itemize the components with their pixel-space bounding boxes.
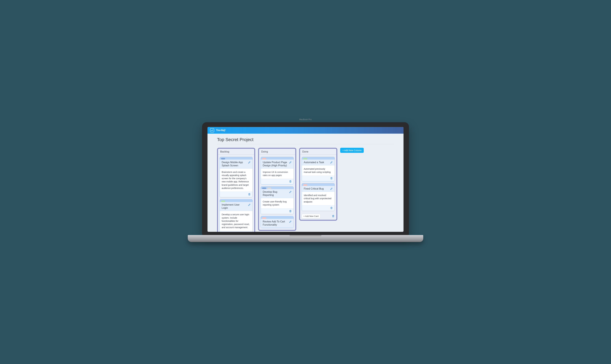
- column-title[interactable]: Backlog: [218, 149, 254, 155]
- card-title: Fixed Critical Bug: [304, 187, 329, 190]
- card[interactable]: Review Add To Cart Functionality: [261, 216, 294, 228]
- card[interactable]: Design Mobile App Splash ScreenBrainstor…: [220, 157, 253, 197]
- delete-card-icon[interactable]: [248, 193, 251, 196]
- board: Top Secret Project BacklogDesign Mobile …: [208, 134, 403, 232]
- card-label-strip: [261, 157, 293, 159]
- column: DoneAutomated a TaskAutomated previously…: [299, 148, 337, 221]
- delete-card-icon[interactable]: [289, 209, 292, 213]
- delete-card-icon[interactable]: [330, 206, 333, 209]
- edit-card-icon[interactable]: [248, 161, 251, 164]
- card-title-row: Update Product Page Design (High Priorit…: [261, 159, 293, 169]
- card-description: Improve UX & conversion rates on app pag…: [261, 169, 293, 179]
- column-title[interactable]: Doing: [259, 149, 295, 155]
- card-label-pill: [262, 217, 266, 219]
- card-footer: [261, 179, 293, 184]
- card[interactable]: Implement User LoginDevelop a secure use…: [220, 199, 253, 232]
- laptop-mock: Tre-Hej! Top Secret Project BacklogDesig…: [202, 122, 409, 242]
- card-title: Update Product Page Design (High Priorit…: [263, 161, 288, 167]
- card-description: Identified and resolved critical bug wit…: [302, 192, 335, 205]
- card-label-pill: [303, 184, 307, 186]
- card[interactable]: Update Product Page Design (High Priorit…: [261, 157, 294, 185]
- card[interactable]: Fixed Critical BugIdentified and resolve…: [302, 183, 335, 211]
- card-label-pill: [303, 158, 307, 159]
- card-label-pill: [221, 158, 225, 159]
- add-card-button[interactable]: + Add New Card: [302, 214, 320, 219]
- column-body: Design Mobile App Splash ScreenBrainstor…: [218, 156, 254, 232]
- app-header: Tre-Hej!: [208, 127, 403, 134]
- card-footer: [302, 205, 335, 211]
- card-description: Brainstorm and create a visually appeali…: [220, 169, 252, 192]
- app-title: Tre-Hej!: [216, 129, 226, 132]
- app-screen: Tre-Hej! Top Secret Project BacklogDesig…: [208, 127, 403, 232]
- card-label-pill: [267, 187, 271, 189]
- screen-frame: Tre-Hej! Top Secret Project BacklogDesig…: [202, 122, 409, 235]
- card[interactable]: Develop Bug ReportingCreate user-friendl…: [261, 186, 294, 214]
- delete-card-icon[interactable]: [330, 177, 333, 180]
- card-title: Automated a Task: [304, 161, 329, 164]
- card-title-row: Implement User Login: [220, 202, 252, 211]
- card-label-strip: [261, 216, 293, 219]
- laptop-base: [188, 235, 423, 242]
- edit-card-icon[interactable]: [289, 190, 292, 194]
- card-title: Review Add To Cart Functionality: [263, 220, 288, 226]
- column-body: Update Product Page Design (High Priorit…: [259, 156, 295, 229]
- card-title-row: Review Add To Cart Functionality: [261, 219, 293, 228]
- card-label-strip: [302, 183, 335, 186]
- column: DoingUpdate Product Page Design (High Pr…: [258, 148, 296, 231]
- card-title-row: Design Mobile App Splash Screen: [220, 159, 252, 169]
- card-label-pill: [262, 187, 266, 189]
- card-description: Create user-friendly bug reporting syste…: [261, 198, 293, 208]
- edit-card-icon[interactable]: [330, 161, 333, 164]
- card-title-row: Automated a Task: [302, 159, 335, 165]
- edit-card-icon[interactable]: [248, 203, 251, 206]
- card-label-pill: [262, 158, 266, 159]
- delete-column-icon[interactable]: [332, 214, 335, 218]
- card-title-row: Develop Bug Reporting: [261, 189, 293, 198]
- column-footer: + Add New Card: [300, 214, 336, 219]
- card-title: Develop Bug Reporting: [263, 190, 288, 197]
- card-title: Design Mobile App Splash Screen: [222, 161, 247, 167]
- card-title: Implement User Login: [222, 203, 247, 209]
- card-footer: [261, 208, 293, 214]
- edit-card-icon[interactable]: [330, 187, 333, 190]
- card-label-strip: [261, 186, 293, 189]
- edit-card-icon[interactable]: [289, 161, 292, 164]
- card-label-strip: [302, 157, 335, 159]
- card-title-row: Fixed Critical Bug: [302, 186, 335, 192]
- device-label: MacBook Pro: [299, 118, 312, 121]
- column-body: Automated a TaskAutomated previously man…: [300, 156, 336, 212]
- column: BacklogDesign Mobile App Splash ScreenBr…: [217, 148, 255, 232]
- card-label-strip: [220, 157, 252, 159]
- add-column-button[interactable]: + Add New Column: [340, 148, 364, 153]
- app-logo-icon: [210, 128, 214, 132]
- delete-card-icon[interactable]: [289, 180, 292, 183]
- columns-row: BacklogDesign Mobile App Splash ScreenBr…: [217, 148, 394, 232]
- board-title: Top Secret Project: [217, 137, 394, 144]
- card[interactable]: Automated a TaskAutomated previously man…: [302, 157, 335, 182]
- edit-card-icon[interactable]: [289, 220, 292, 223]
- card-footer: [220, 231, 252, 232]
- card-label-strip: [220, 199, 252, 202]
- card-footer: [220, 192, 252, 197]
- card-footer: [302, 176, 335, 181]
- card-description: Develop a secure user login system. Incl…: [220, 211, 252, 231]
- column-title[interactable]: Done: [300, 149, 336, 155]
- card-description: Automated previously manual task using s…: [302, 165, 335, 176]
- card-label-pill: [221, 200, 225, 202]
